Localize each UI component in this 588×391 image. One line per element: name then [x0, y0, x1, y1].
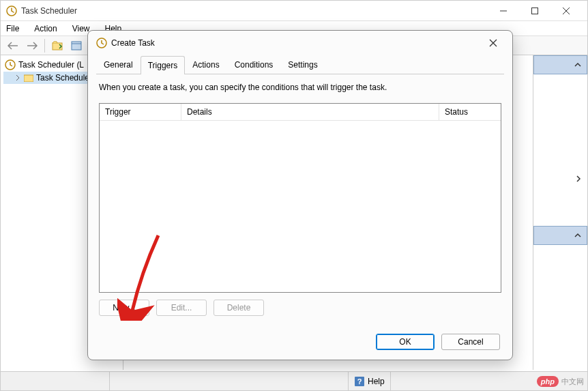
dialog-title-text: Create Task — [111, 38, 155, 48]
col-status[interactable]: Status — [439, 104, 501, 120]
cancel-button[interactable]: Cancel — [441, 334, 500, 350]
status-segment-1 — [1, 372, 110, 390]
dialog-titlebar: Create Task — [88, 31, 512, 55]
tab-description: When you create a task, you can specify … — [99, 83, 501, 92]
right-pane — [533, 55, 587, 370]
toolbar-separator — [44, 39, 45, 53]
nav-back-button[interactable] — [5, 38, 21, 54]
window-title: Task Scheduler — [21, 6, 488, 16]
chevron-up-icon — [574, 61, 581, 68]
dialog-footer: OK Cancel — [376, 334, 500, 350]
delete-button[interactable]: Delete — [214, 300, 264, 316]
chevron-right-icon — [575, 175, 582, 182]
clock-icon — [5, 59, 16, 70]
col-trigger[interactable]: Trigger — [100, 104, 181, 120]
minimize-button[interactable] — [488, 1, 519, 21]
toolbar-folder-icon[interactable] — [49, 38, 65, 54]
svg-rect-8 — [24, 75, 33, 82]
tab-actions[interactable]: Actions — [185, 55, 226, 74]
watermark-badge: php — [537, 376, 559, 387]
dialog-tabs: General Triggers Actions Conditions Sett… — [88, 55, 512, 74]
tab-settings[interactable]: Settings — [280, 55, 325, 74]
create-task-dialog: Create Task General Triggers Actions Con… — [87, 30, 513, 360]
tab-conditions[interactable]: Conditions — [227, 55, 281, 74]
help-icon: ? — [354, 376, 365, 387]
tab-content: When you create a task, you can specify … — [96, 74, 504, 324]
tree-child-label: Task Schedule — [36, 73, 89, 83]
dialog-close-button[interactable] — [482, 32, 504, 54]
svg-rect-1 — [532, 8, 538, 14]
tab-triggers[interactable]: Triggers — [141, 56, 186, 74]
status-help[interactable]: ? Help — [349, 372, 391, 390]
titlebar: Task Scheduler — [1, 1, 587, 21]
trigger-buttons: New... Edit... Delete — [99, 300, 501, 316]
col-details[interactable]: Details — [181, 104, 439, 120]
ok-button[interactable]: OK — [376, 334, 435, 350]
triggers-list[interactable]: Trigger Details Status — [99, 103, 501, 293]
app-clock-icon — [6, 5, 17, 16]
right-pane-header-2[interactable] — [533, 226, 587, 245]
tree-root-label: Task Scheduler (L — [18, 60, 84, 70]
right-pane-header[interactable] — [533, 55, 587, 74]
menu-action[interactable]: Action — [31, 23, 59, 35]
status-help-label: Help — [368, 377, 385, 386]
watermark: php 中文网 — [537, 376, 584, 387]
window-controls — [488, 1, 582, 21]
edit-button[interactable]: Edit... — [156, 300, 207, 316]
toolbar-panel-icon[interactable] — [68, 38, 85, 54]
tab-general[interactable]: General — [96, 55, 141, 74]
folder-icon — [24, 74, 33, 82]
nav-forward-button[interactable] — [24, 38, 40, 54]
menu-file[interactable]: File — [3, 23, 22, 35]
close-button[interactable] — [550, 1, 582, 21]
status-segment-2 — [110, 372, 349, 390]
chevron-up-icon — [574, 232, 581, 239]
new-button[interactable]: New... — [99, 300, 149, 316]
svg-text:?: ? — [357, 377, 362, 386]
statusbar: ? Help — [1, 371, 587, 390]
svg-rect-3 — [72, 42, 81, 50]
clock-icon — [96, 38, 107, 48]
chevron-right-icon — [14, 74, 21, 81]
watermark-text: 中文网 — [561, 377, 584, 387]
right-pane-expand[interactable] — [533, 170, 587, 188]
maximize-button[interactable] — [519, 1, 550, 21]
list-header: Trigger Details Status — [100, 104, 501, 121]
svg-rect-2 — [53, 43, 62, 50]
